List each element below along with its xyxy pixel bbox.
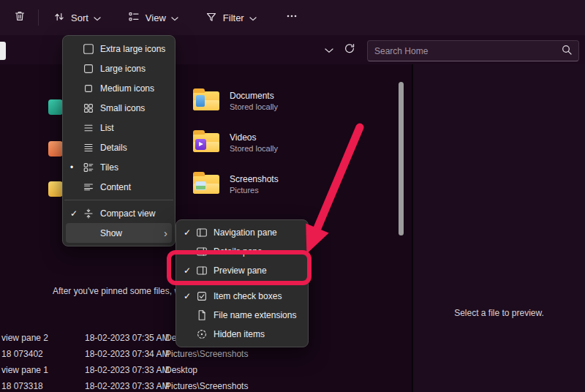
file-name-extensions-icon [196, 309, 214, 321]
pinned-files-hint: After you've pinned some files, we'll [53, 286, 191, 296]
file-date: 18-02-2023 07:34 AM [85, 349, 165, 359]
refresh-button[interactable] [341, 41, 358, 59]
folder-name: Documents [230, 91, 278, 101]
search-input[interactable] [374, 46, 556, 56]
file-location: Pictures\Screenshots [165, 381, 410, 391]
menu-item-label: Content [100, 182, 167, 192]
check-marker: ✓ [184, 291, 196, 301]
compact-view-icon [83, 208, 100, 219]
file-name: view pane 2 [0, 333, 85, 343]
file-name: view pane 1 [0, 365, 85, 375]
file-row[interactable]: 18 073402 18-02-2023 07:34 AM Pictures\S… [0, 347, 410, 361]
submenu-item-hidden-items[interactable]: Hidden items [179, 325, 305, 344]
file-location: Desktop [165, 365, 410, 375]
file-row[interactable]: view pane 1 18-02-2023 07:33 AM Desktop [0, 363, 410, 377]
chevron-down-icon [94, 12, 101, 23]
menu-item-tiles[interactable]: • Tiles [66, 157, 172, 177]
view-dropdown-menu: Extra large icons Large icons Medium ico… [62, 35, 176, 246]
chevron-down-icon [325, 43, 333, 56]
filter-button[interactable]: Filter [197, 6, 265, 29]
menu-item-content[interactable]: Content [66, 177, 172, 197]
file-date: 18-02-2023 07:33 AM [85, 365, 165, 375]
menu-item-medium-icons[interactable]: Medium icons [66, 78, 172, 98]
list-icon [83, 122, 100, 134]
menu-item-details[interactable]: Details [66, 137, 172, 157]
menu-item-label: Show [100, 228, 164, 238]
item-check-boxes-icon [196, 290, 214, 302]
file-date: 18-02-2023 07:33 AM [85, 381, 165, 391]
submenu-item-navigation-pane[interactable]: ✓ Navigation pane [179, 223, 305, 242]
address-dropdown-button[interactable] [320, 41, 338, 59]
menu-item-label: Large icons [100, 64, 167, 74]
navigation-pane-icon [196, 227, 214, 238]
command-bar: Sort View Filter [0, 0, 585, 35]
view-button-label: View [146, 12, 166, 23]
sort-arrows-icon [53, 10, 66, 26]
menu-item-large-icons[interactable]: Large icons [66, 59, 172, 78]
menu-item-show[interactable]: Show › [66, 223, 172, 243]
folder-name: Videos [230, 132, 278, 143]
folder-tile-partial[interactable] [48, 99, 63, 115]
menu-item-label: Tiles [100, 162, 167, 173]
preview-placeholder-text: Select a file to preview. [413, 308, 585, 318]
file-row[interactable]: 18 073318 18-02-2023 07:33 AM Pictures\S… [0, 379, 410, 392]
chevron-down-icon [171, 12, 178, 23]
menu-item-label: File name extensions [214, 310, 301, 320]
view-button[interactable]: View [119, 6, 186, 29]
tiles-icon [83, 162, 100, 173]
folder-subtitle: Pictures [230, 186, 279, 195]
hidden-items-icon [196, 328, 214, 340]
see-more-button[interactable] [279, 6, 304, 29]
menu-item-label: Hidden items [214, 329, 301, 339]
submenu-arrow-icon: › [164, 227, 167, 238]
search-box [367, 40, 579, 61]
trash-icon [13, 10, 26, 26]
folder-subtitle: Stored locally [230, 144, 278, 153]
folder-tile-partial[interactable] [48, 141, 63, 157]
extra-large-icons-icon [83, 43, 100, 55]
menu-separator [64, 200, 173, 200]
content-icon [83, 181, 100, 193]
details-icon [83, 142, 100, 154]
file-name: 18 073402 [0, 349, 85, 359]
folder-subtitle: Stored locally [230, 102, 278, 111]
folder-name: Screenshots [230, 174, 279, 184]
menu-item-label: Details [100, 143, 167, 153]
videos-folder-icon [193, 133, 219, 152]
submenu-item-item-check-boxes[interactable]: ✓ Item check boxes [179, 287, 305, 306]
screenshots-folder-icon [193, 175, 219, 194]
menu-item-label: List [100, 123, 167, 133]
menu-item-label: Medium icons [100, 83, 167, 94]
submenu-item-file-name-extensions[interactable]: File name extensions [179, 306, 305, 325]
menu-item-small-icons[interactable]: Small icons [66, 98, 172, 118]
scrollbar-thumb[interactable] [399, 82, 404, 235]
file-date: 18-02-2023 07:35 AM [85, 333, 165, 343]
large-icons-icon [83, 63, 100, 75]
chevron-down-icon [249, 12, 257, 23]
small-icons-icon [83, 102, 100, 114]
delete-button[interactable] [7, 6, 32, 29]
menu-item-list[interactable]: List [66, 118, 172, 137]
file-location: Pictures\Screenshots [165, 349, 410, 359]
menu-item-label: Item check boxes [214, 291, 301, 301]
menu-item-label: Compact view [100, 208, 167, 219]
menu-item-label: Extra large icons [100, 44, 167, 54]
menu-item-label: Small icons [100, 103, 167, 113]
selected-marker: • [70, 162, 83, 173]
filter-button-label: Filter [223, 12, 244, 23]
refresh-icon [344, 42, 355, 57]
check-marker: ✓ [70, 208, 83, 219]
folder-item-documents[interactable]: Documents Stored locally [193, 88, 361, 114]
documents-folder-icon [193, 91, 219, 110]
file-name: 18 073318 [0, 381, 85, 391]
toolbar-separator [38, 10, 39, 26]
see-more-icon [285, 10, 298, 26]
filter-funnel-icon [205, 10, 218, 26]
preview-pane: Select a file to preview. [413, 64, 585, 392]
annotation-arrow [287, 121, 369, 265]
address-bar-fragment [0, 42, 6, 60]
sort-button[interactable]: Sort [45, 6, 109, 29]
menu-item-extra-large-icons[interactable]: Extra large icons [66, 39, 172, 59]
folder-tile-partial[interactable] [48, 181, 63, 197]
menu-item-compact-view[interactable]: ✓ Compact view [66, 203, 172, 223]
